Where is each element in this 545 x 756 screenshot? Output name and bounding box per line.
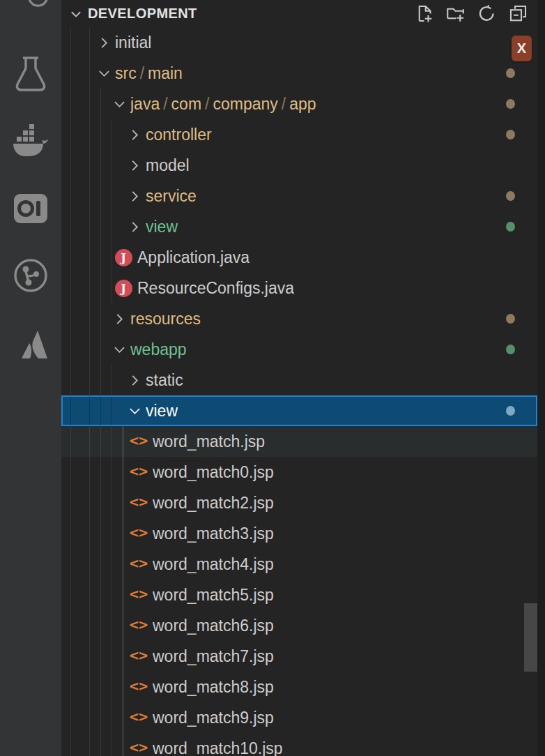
scrollbar-thumb[interactable] xyxy=(524,603,537,672)
indent-guide xyxy=(70,549,71,580)
indent-guide xyxy=(89,457,90,487)
indent-guide xyxy=(70,457,71,487)
chevron-right-icon xyxy=(95,34,112,51)
tree-item-label: word_match7.jsp xyxy=(153,647,274,666)
chevron-right-icon xyxy=(111,310,128,327)
tree-item-label: word_match6.jsp xyxy=(153,617,274,635)
tree-file-word-match6-jsp[interactable]: <>word_match6.jsp xyxy=(61,610,537,641)
new-folder-icon[interactable] xyxy=(445,4,465,24)
tree-folder-view[interactable]: view xyxy=(61,211,537,242)
tree-item-label: word_match.jsp xyxy=(153,432,265,451)
tree-file-word-match5-jsp[interactable]: <>word_match5.jsp xyxy=(61,580,537,610)
indent-guide xyxy=(70,580,71,610)
tree-file-word-match-jsp[interactable]: <>word_match.jsp xyxy=(61,426,537,457)
docker-icon[interactable] xyxy=(12,123,49,163)
tree-item-label: view xyxy=(146,218,178,236)
tree-file-word-match3-jsp[interactable]: <>word_match3.jsp xyxy=(61,518,537,549)
indent-guide xyxy=(100,211,101,242)
indent-guide xyxy=(100,672,101,702)
indent-guide xyxy=(70,181,71,211)
indent-guide xyxy=(89,365,90,395)
tree-item-label: controller xyxy=(146,126,212,144)
indent-guide xyxy=(89,395,90,426)
atlassian-icon[interactable] xyxy=(12,323,49,363)
jsp-file-icon: <> xyxy=(130,739,148,756)
indent-guide xyxy=(70,733,71,756)
indent-guide xyxy=(112,580,112,610)
tree-item-label: static xyxy=(146,371,183,390)
new-file-icon[interactable] xyxy=(414,4,433,24)
indent-guide xyxy=(112,610,112,641)
indent-guide xyxy=(70,211,71,242)
indent-guide xyxy=(89,334,90,365)
indent-guide xyxy=(70,58,71,89)
indent-guide xyxy=(70,242,71,273)
indent-guide xyxy=(100,610,101,641)
indent-guide xyxy=(112,395,112,426)
tree-file-resourceconfigs-java[interactable]: JResourceConfigs.java xyxy=(61,273,537,303)
indent-guide xyxy=(112,702,112,733)
git-status-dot xyxy=(506,68,515,78)
indent-guide xyxy=(100,181,101,211)
file-tree: initialsrc/mainjava/com/company/appcontr… xyxy=(61,27,537,756)
tree-file-application-java[interactable]: JApplication.java xyxy=(61,242,537,273)
tree-folder-view[interactable]: view xyxy=(61,395,537,426)
collapse-all-icon[interactable] xyxy=(508,4,528,24)
tree-item-label: service xyxy=(146,187,197,206)
tree-file-word-match2-jsp[interactable]: <>word_match2.jsp xyxy=(61,487,537,518)
tree-folder-resources[interactable]: resources xyxy=(61,303,537,334)
indent-guide xyxy=(112,733,112,756)
indent-guide xyxy=(100,580,101,610)
tree-folder-java-com-company-app[interactable]: java/com/company/app xyxy=(61,89,537,119)
tree-file-word-match7-jsp[interactable]: <>word_match7.jsp xyxy=(61,641,537,672)
indent-guide xyxy=(89,610,90,641)
indent-guide xyxy=(70,150,71,181)
chevron-right-icon xyxy=(126,218,143,235)
indent-guide xyxy=(89,58,90,89)
tree-file-word-match4-jsp[interactable]: <>word_match4.jsp xyxy=(61,549,537,580)
tree-item-label: word_match4.jsp xyxy=(153,555,274,574)
tree-file-word-match9-jsp[interactable]: <>word_match9.jsp xyxy=(61,702,537,733)
refresh-icon[interactable] xyxy=(477,4,496,24)
jsp-file-icon: <> xyxy=(130,709,148,727)
indent-guide xyxy=(100,702,101,733)
indent-guide xyxy=(100,426,101,457)
indent-guide xyxy=(89,89,90,119)
indent-guide xyxy=(112,365,112,395)
indent-guide xyxy=(70,426,71,457)
tree-file-word-match8-jsp[interactable]: <>word_match8.jsp xyxy=(61,672,537,702)
indent-guide-active xyxy=(123,702,123,733)
indent-guide xyxy=(89,672,90,702)
header-actions xyxy=(414,4,528,24)
git-branch-icon[interactable] xyxy=(12,255,49,296)
jsp-file-icon: <> xyxy=(130,524,148,543)
x-overlay-badge[interactable]: X xyxy=(512,36,532,61)
indent-guide xyxy=(89,181,90,211)
tree-folder-static[interactable]: static xyxy=(61,365,537,395)
indent-guide xyxy=(70,518,71,549)
chevron-right-icon xyxy=(126,188,143,204)
tree-folder-webapp[interactable]: webapp xyxy=(61,334,537,365)
indent-guide xyxy=(100,733,101,756)
indent-guide xyxy=(100,119,101,150)
tree-folder-initial[interactable]: initial xyxy=(61,27,537,58)
tree-item-label: initial xyxy=(115,33,151,52)
tree-folder-model[interactable]: model xyxy=(61,150,537,181)
camera-o1-icon[interactable] xyxy=(12,189,49,229)
git-status-dot xyxy=(506,406,515,416)
test-beaker-icon[interactable] xyxy=(12,54,49,95)
tree-folder-src-main[interactable]: src/main xyxy=(61,58,537,89)
tree-item-label: view xyxy=(146,402,178,421)
tree-item-label: word_match9.jsp xyxy=(153,709,274,727)
tree-folder-service[interactable]: service xyxy=(61,181,537,211)
tree-file-word-match10-jsp[interactable]: <>word_match10.jsp xyxy=(61,733,537,756)
tree-folder-controller[interactable]: controller xyxy=(61,119,537,150)
indent-guide xyxy=(100,365,101,395)
indent-guide xyxy=(100,487,101,518)
indent-guide xyxy=(70,610,71,641)
indent-guide xyxy=(112,457,112,487)
section-header[interactable]: DEVELOPMENT xyxy=(61,0,537,27)
indent-guide xyxy=(70,273,71,303)
tree-file-word-match0-jsp[interactable]: <>word_match0.jsp xyxy=(61,457,537,487)
remote-explorer-icon[interactable] xyxy=(12,0,49,31)
